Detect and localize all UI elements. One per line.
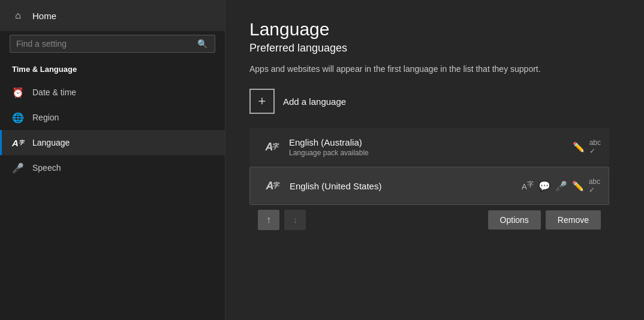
sidebar-item-speech-label: Speech — [32, 163, 61, 173]
search-button[interactable]: 🔍 — [196, 39, 209, 49]
move-down-button[interactable]: ↓ — [284, 210, 306, 230]
sidebar-item-region[interactable]: 🌐 Region — [0, 105, 225, 130]
sidebar-item-date-time-label: Date & time — [32, 87, 76, 97]
abc-check-icon-us: abc✓ — [589, 177, 600, 194]
page-title: Language — [249, 19, 620, 40]
sidebar-item-speech[interactable]: 🎤 Speech — [0, 155, 225, 180]
sidebar-section-title: Time & Language — [0, 61, 225, 80]
section-subtitle: Preferred languages — [249, 42, 620, 55]
language-name-us: English (United States) — [290, 181, 513, 191]
language-item-australia[interactable]: A字 English (Australia) Language pack ava… — [249, 128, 609, 165]
edit-icon-australia[interactable]: ✏️ — [573, 141, 585, 153]
language-name-australia: English (Australia) — [289, 137, 564, 147]
remove-button[interactable]: Remove — [546, 210, 601, 230]
language-info-us: English (United States) — [290, 181, 513, 191]
speech-icon: 🎤 — [12, 162, 24, 174]
home-icon: ⌂ — [12, 10, 24, 22]
sidebar-item-date-time[interactable]: ⏰ Date & time — [0, 80, 225, 105]
sidebar-home-label: Home — [32, 11, 56, 21]
sidebar-home-item[interactable]: ⌂ Home — [0, 0, 225, 31]
abc-icon-australia: abc✓ — [589, 138, 601, 155]
chat-icon-us: 💬 — [538, 180, 550, 192]
description: Apps and websites will appear in the fir… — [249, 63, 597, 76]
mic-icon-us: 🎤 — [555, 180, 567, 192]
sidebar-item-region-label: Region — [32, 113, 59, 122]
language-controls: ↑ ↓ Options Remove — [249, 210, 609, 236]
options-button[interactable]: Options — [488, 210, 541, 230]
move-up-button[interactable]: ↑ — [258, 210, 279, 230]
add-language-button[interactable]: + Add a language — [249, 89, 346, 114]
edit-icon-us[interactable]: ✏️ — [572, 180, 584, 192]
language-glyph-us: A字 — [258, 174, 281, 197]
region-icon: 🌐 — [12, 111, 24, 123]
language-info-australia: English (Australia) Language pack availa… — [289, 137, 564, 157]
search-box[interactable]: 🔍 — [10, 35, 215, 53]
language-actions-australia: ✏️ abc✓ — [573, 138, 601, 155]
main-content: Language Preferred languages Apps and we… — [225, 0, 644, 320]
sidebar-item-language-label: Language — [32, 138, 70, 147]
search-input[interactable] — [16, 39, 196, 49]
add-language-label: Add a language — [283, 96, 346, 107]
language-subtext-australia: Language pack available — [289, 149, 564, 157]
language-icon-us: A字 — [522, 180, 534, 191]
language-glyph-australia: A字 — [258, 135, 281, 158]
sidebar-item-language[interactable]: A字 Language — [0, 130, 225, 155]
language-item-us[interactable]: A字 English (United States) A字 💬 🎤 ✏️ abc… — [249, 167, 609, 205]
language-icon: A字 — [12, 137, 24, 149]
add-language-icon: + — [249, 89, 275, 114]
sidebar: ⌂ Home 🔍 Time & Language ⏰ Date & time 🌐… — [0, 0, 225, 320]
language-actions-us: A字 💬 🎤 ✏️ abc✓ — [522, 177, 600, 194]
date-time-icon: ⏰ — [12, 86, 24, 98]
